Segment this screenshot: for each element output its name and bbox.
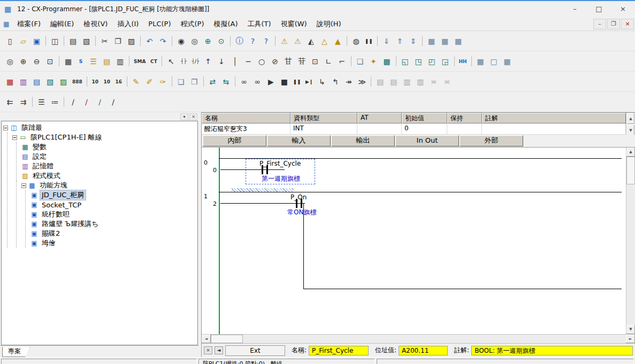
monitor-window-icon[interactable]: ▥ (113, 55, 127, 68)
tree-item-symbols[interactable]: ▦ 變數 (21, 142, 197, 152)
column-header-comment[interactable]: 註解 (482, 113, 626, 123)
scrollbar-thumb[interactable] (211, 335, 243, 343)
close-button[interactable]: × (611, 2, 635, 17)
find-address-icon[interactable]: ⊕ (201, 34, 215, 48)
work-online-icon[interactable]: ◍ (349, 34, 363, 48)
select-tool-icon[interactable]: ↖ (164, 55, 178, 68)
transfer-to-simulator-icon[interactable]: ⇄ (206, 75, 219, 88)
tab-internal[interactable]: 內部 (203, 135, 266, 146)
cell-datatype[interactable]: INT (290, 123, 357, 135)
zoom-tool-icon[interactable]: ◎ (3, 55, 17, 68)
hh-monitor-icon[interactable]: HH (457, 55, 469, 68)
hex-monitor-icon[interactable]: 16 (113, 75, 125, 88)
maximize-button[interactable]: □ (587, 2, 611, 17)
tab-output[interactable]: 輸出 (331, 135, 395, 146)
new-instruction-icon[interactable]: 甘 (282, 55, 295, 68)
upload-from-plc-icon[interactable]: ⇑ (393, 34, 407, 48)
scroll-up-icon[interactable]: ▲ (626, 148, 635, 157)
watch-window-icon[interactable]: ▩ (380, 55, 394, 68)
scroll-down-icon[interactable]: ▼ (626, 325, 635, 334)
cascade-windows-icon[interactable]: ❏ (174, 75, 188, 88)
name-field[interactable]: P_First_Cycle (309, 346, 369, 355)
io-table-icon[interactable]: ▦ (474, 55, 487, 68)
reverse-condition-icon[interactable]: ∕ (106, 95, 120, 109)
compare-with-plc-icon[interactable]: ⇕ (407, 34, 420, 48)
scan-run-icon[interactable]: ≫ (355, 75, 369, 88)
comment-list-icon[interactable]: ◱ (399, 55, 412, 68)
redo-icon[interactable]: ↷ (156, 34, 170, 48)
menu-program[interactable]: 程式(P) (176, 18, 209, 30)
minimize-button[interactable]: – (563, 2, 587, 17)
paste-icon[interactable]: ▨ (125, 34, 138, 48)
menu-edit[interactable]: 編輯(E) (45, 18, 79, 30)
find-icon[interactable]: ◉ (174, 34, 188, 48)
cell-name[interactable]: 醱沰豱窄乭宎3 (202, 123, 290, 135)
scrollbar-track[interactable] (626, 184, 635, 325)
ext-tab[interactable]: Ext (225, 345, 285, 356)
online-edit-transfer-icon[interactable]: ≍ (440, 75, 454, 88)
address-reference-icon[interactable]: ▦ (501, 55, 514, 68)
help-icon[interactable]: ? (246, 34, 259, 48)
tree-root[interactable]: ◫ 陔躂最 (3, 123, 197, 133)
show-mnemonics-icon[interactable]: SMA (132, 55, 148, 68)
transfer-warning-icon[interactable]: ▲ (331, 34, 345, 48)
tab-project[interactable]: 專案 (2, 347, 30, 357)
zoom-out-icon[interactable]: ⊖ (30, 55, 43, 68)
column-header-retain[interactable]: 保持 (447, 113, 482, 123)
pause-simulation-icon[interactable]: ❚❚ (291, 75, 303, 88)
new-contact-up-icon[interactable]: ↑ (202, 55, 215, 68)
program-check-icon[interactable]: ◭ (304, 34, 318, 48)
mdi-restore-button[interactable]: ❐ (607, 19, 620, 29)
tree-item-program[interactable]: ▨ 程式模式 (21, 171, 197, 181)
online-edit-send-icon[interactable]: ▤ (387, 75, 400, 88)
differentiate-none-icon[interactable]: ∕ (66, 95, 80, 109)
address-ref-window-icon[interactable]: ▨ (57, 75, 70, 88)
pane-close-icon[interactable]: × (189, 113, 197, 120)
menu-insert[interactable]: 插入(I) (112, 18, 143, 30)
force-on-icon[interactable]: ✐ (143, 75, 156, 88)
show-rung-comments-icon[interactable]: ☰ (35, 95, 48, 109)
new-closed-coil-icon[interactable]: ⊘ (269, 55, 282, 68)
menu-view[interactable]: 檢視(V) (79, 18, 112, 30)
find-bit-icon[interactable]: ⊙ (215, 34, 228, 48)
step-run-icon[interactable]: ▶❙ (303, 75, 315, 88)
outdent-rung-icon[interactable]: ⇇ (3, 95, 17, 109)
output-window-icon[interactable]: ▥ (17, 75, 30, 88)
menu-simulation[interactable]: 模擬(A) (209, 18, 243, 30)
new-vertical-line-icon[interactable]: │ (228, 55, 242, 68)
step-in-icon[interactable]: ↳ (315, 75, 328, 88)
new-contact-down-icon[interactable]: ↓ (215, 55, 228, 68)
column-header-initial-value[interactable]: 初始值 (402, 113, 447, 123)
new-fb-parameter-icon[interactable]: ∟ (322, 55, 335, 68)
online-edit-begin-icon[interactable]: ▤ (373, 75, 387, 88)
print-icon[interactable]: ▤ (66, 34, 80, 48)
tree-item-fb-socket-tcp[interactable]: ▣ Socket_TCP (30, 200, 197, 210)
cut-icon[interactable]: ✂ (98, 34, 111, 48)
zoom-in-icon[interactable]: ⊕ (17, 55, 30, 68)
compile-all-icon[interactable]: ⚠ (291, 34, 304, 48)
expander-icon[interactable] (21, 183, 26, 188)
step-out-icon[interactable]: ↰ (328, 75, 342, 88)
zoom-fit-icon[interactable]: ⊡ (43, 55, 57, 68)
tab-in-out[interactable]: In Out (395, 135, 459, 146)
contact-symbol[interactable] (296, 199, 297, 208)
scroll-up-icon[interactable]: ▲ (626, 113, 635, 125)
pause-monitoring-icon[interactable]: ∞ (251, 75, 264, 88)
menu-plc[interactable]: PLC(P) (143, 18, 175, 30)
tab-input[interactable]: 輸入 (267, 135, 331, 146)
cross-ref-window-icon[interactable]: ▧ (43, 75, 57, 88)
pause-icon[interactable]: ❚❚ (363, 34, 375, 48)
tree-item-fb-4[interactable]: ▣ 路爐壁 Ъ耀擭講ち (30, 219, 197, 229)
comment-field[interactable]: BOOL: 第一週期旗標 (471, 346, 633, 355)
stop-simulation-icon[interactable]: ■ (278, 75, 291, 88)
fb-window-icon[interactable]: ❏ (354, 55, 367, 68)
grid-toggle-icon[interactable]: ▦ (62, 55, 75, 68)
cell-comment[interactable] (482, 123, 626, 135)
new-pld-instruction-icon[interactable]: 苷 (295, 55, 309, 68)
annotation-icon[interactable]: ◰ (425, 55, 439, 68)
window-view-1-icon[interactable]: ▦ (425, 34, 438, 48)
force-off-icon[interactable]: ✑ (156, 75, 170, 88)
new-file-icon[interactable]: ▯ (3, 34, 17, 48)
watch-sheet-icon[interactable]: ▤ (30, 75, 43, 88)
tree-item-fb-jd-fuc[interactable]: ▣ JD_FUC_柜屙 (30, 190, 197, 200)
